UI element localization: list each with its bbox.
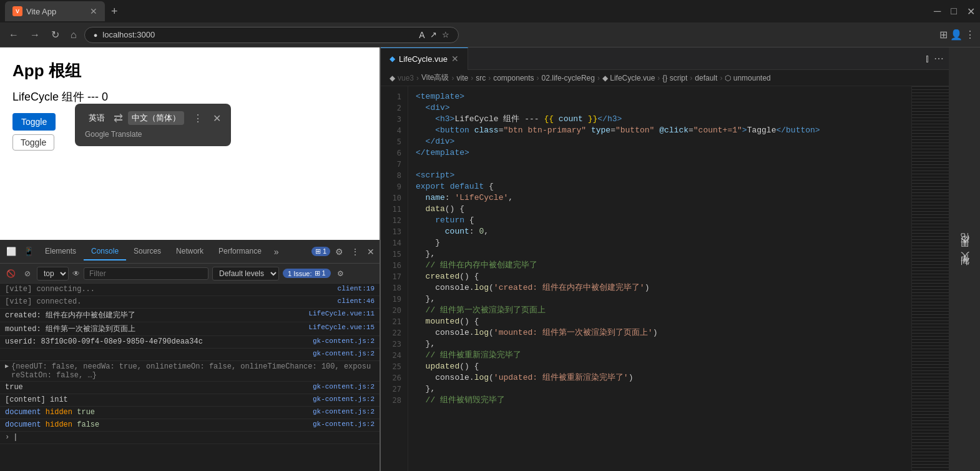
dt-panel-layout-icon[interactable]: ⬜ [2, 247, 20, 256]
code-line: // 组件在内存中被创建完毕了 [416, 260, 906, 271]
home-button[interactable]: ⌂ [67, 27, 81, 43]
console-message: mounted: 组件第一次被渲染到页面上 [5, 324, 308, 334]
eye-icon[interactable]: 👁 [72, 269, 80, 278]
console-source[interactable]: gk-content.js:2 [313, 408, 375, 415]
code-line: console.log('updated: 组件被重新渲染完毕了') [416, 372, 906, 384]
console-source[interactable]: client:19 [338, 285, 375, 292]
clear-console-button[interactable]: 🚫 [4, 268, 18, 279]
popup-options-icon[interactable]: ⋮ [193, 112, 203, 124]
editor-tab-actions: ⫿ ⋯ [925, 52, 949, 64]
code-line: } [416, 237, 906, 249]
issue-count-icon: ⊞ 1 [315, 269, 326, 277]
filter-toggle-button[interactable]: ⊘ [22, 268, 33, 279]
from-lang-button[interactable]: 英语 [85, 111, 109, 125]
console-settings-icon[interactable]: ⚙ [337, 269, 344, 278]
translate-icon[interactable]: A [419, 30, 424, 40]
address-bar[interactable]: ● A ↗ ☆ [84, 27, 459, 43]
minimize-icon[interactable]: ─ [934, 6, 941, 17]
line-num: 7 [381, 159, 408, 170]
line-num: 1 [381, 91, 408, 102]
vue-file-icon: ◆ [390, 54, 395, 63]
more-actions-icon[interactable]: ⋯ [934, 52, 944, 64]
browser-tab-active[interactable]: V Vite App ✕ [5, 1, 105, 21]
console-filter-input[interactable] [84, 267, 208, 280]
browser-viewport: App 根组 LifeCycle 组件 --- 0 Toggle Toggle … [0, 47, 381, 471]
console-source[interactable]: LifeCycle.vue:15 [308, 324, 375, 331]
dt-badge: ⊞ 1 [311, 247, 330, 256]
context-selector[interactable]: top [37, 267, 69, 280]
console-message: [content] init [5, 395, 313, 404]
devtools-console-toolbar: 🚫 ⊘ top 👁 Default levels 1 Issue: ⊞ 1 ⚙ [0, 264, 380, 284]
editor-tab-lifecycle[interactable]: ◆ LifeCycle.vue ✕ [381, 47, 468, 70]
profile-icon[interactable]: 👤 [950, 29, 963, 41]
console-source[interactable]: client:46 [338, 297, 375, 305]
code-line: mounted() { [416, 316, 906, 327]
url-input[interactable] [102, 30, 414, 39]
console-source[interactable]: gk-content.js:2 [313, 350, 375, 357]
app-root-title: App 根组 [12, 60, 367, 82]
issue-badge[interactable]: 1 Issue: ⊞ 1 [283, 269, 331, 278]
devtools-tabs: ⬜ 📱 Elements Console Sources Network Per… [0, 240, 380, 264]
levels-selector[interactable]: Default levels [212, 267, 279, 280]
to-lang-button[interactable]: 中文（简体） [128, 111, 184, 125]
dt-menu-icon[interactable]: ⋮ [348, 247, 362, 257]
line-num: 8 [381, 170, 408, 181]
maximize-icon[interactable]: □ [951, 6, 957, 17]
tab-bar: V Vite App ✕ + ─ □ ✕ [0, 0, 980, 22]
code-line: return { [416, 215, 906, 226]
breadcrumb-components: components [493, 74, 534, 82]
dt-more-tabs[interactable]: » [269, 244, 284, 259]
dt-actions: ⊞ 1 ⚙ ⋮ ✕ [311, 247, 377, 257]
console-source[interactable]: gk-content.js:2 [313, 337, 375, 345]
breadcrumb-vite: vite [457, 74, 469, 82]
line-num: 18 [381, 282, 408, 294]
console-row: [content] init gk-content.js:2 [0, 394, 380, 407]
issue-badge-text: 1 Issue: [288, 270, 312, 277]
line-num: 23 [381, 339, 408, 350]
expand-arrow[interactable]: ▶ [5, 362, 9, 370]
code-line: <div> [416, 102, 906, 114]
dt-close-icon[interactable]: ✕ [365, 247, 377, 257]
console-source[interactable]: LifeCycle.vue:11 [308, 310, 375, 317]
line-num: 10 [381, 192, 408, 204]
dt-settings-icon[interactable]: ⚙ [333, 247, 346, 257]
page-content: App 根组 LifeCycle 组件 --- 0 Toggle Toggle … [0, 47, 380, 240]
menu-icon[interactable]: ⋮ [965, 29, 975, 41]
console-row: true gk-content.js:2 [0, 382, 380, 394]
code-content[interactable]: <template> <div> <h3>LifeCycle 组件 --- {{… [408, 86, 911, 471]
tab-elements[interactable]: Elements [37, 243, 84, 260]
right-sidebar-panel: 制作人：周杰伦 [949, 47, 980, 471]
split-editor-icon[interactable]: ⫿ [925, 53, 930, 64]
tab-sources[interactable]: Sources [126, 243, 169, 260]
console-input-row: › | [0, 432, 380, 444]
console-source[interactable]: gk-content.js:2 [313, 420, 375, 428]
share-icon[interactable]: ↗ [430, 30, 437, 39]
forward-button[interactable]: → [26, 27, 44, 43]
extensions-icon[interactable]: ⊞ [939, 29, 948, 41]
tab-network[interactable]: Network [169, 243, 211, 260]
tab-console[interactable]: Console [84, 243, 126, 260]
code-line: // 组件第一次被渲染到了页面上 [416, 305, 906, 316]
console-source[interactable]: gk-content.js:2 [313, 395, 375, 403]
bookmark-icon[interactable]: ☆ [442, 30, 449, 39]
console-row: [vite] connected. client:46 [0, 296, 380, 309]
toggle-button-1[interactable]: Toggle [12, 113, 56, 131]
dt-mobile-icon[interactable]: 📱 [20, 247, 37, 256]
console-prompt-icon: › [5, 433, 9, 442]
console-row: userid: 83f10c00-09f4-08e9-9850-4e790dea… [0, 336, 380, 349]
popup-close-icon[interactable]: ✕ [213, 112, 221, 124]
code-line: // 组件被重新渲染完毕了 [416, 350, 906, 361]
tab-close-button[interactable]: ✕ [90, 6, 97, 16]
editor-tab-close-button[interactable]: ✕ [451, 54, 459, 64]
line-num: 16 [381, 260, 408, 271]
refresh-button[interactable]: ↻ [47, 26, 63, 43]
vite-icon: V [12, 6, 22, 16]
code-line: }, [416, 249, 906, 260]
toggle-button-2[interactable]: Toggle [12, 134, 54, 151]
close-icon[interactable]: ✕ [967, 6, 975, 17]
new-tab-button[interactable]: + [107, 5, 122, 18]
console-source[interactable]: gk-content.js:2 [313, 383, 375, 390]
back-button[interactable]: ← [5, 27, 22, 43]
tab-performance[interactable]: Performance [211, 243, 269, 260]
line-num: 15 [381, 249, 408, 260]
